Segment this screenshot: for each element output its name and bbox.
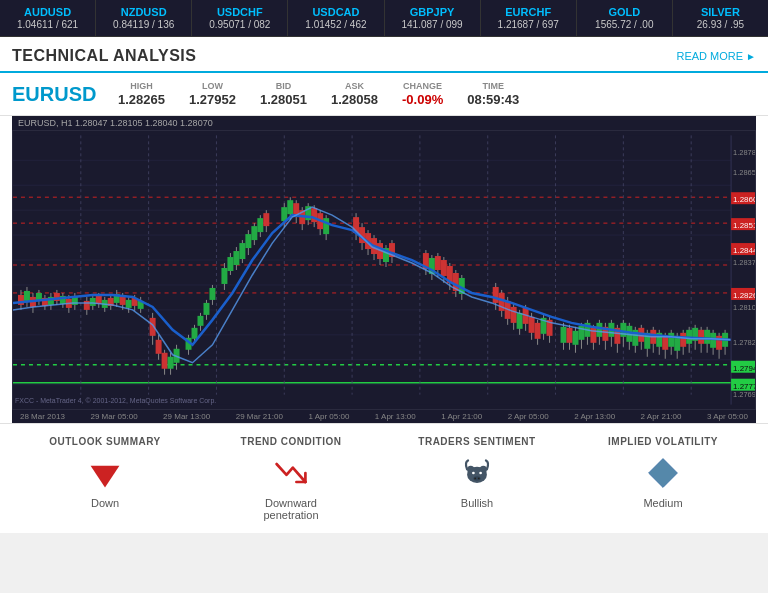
svg-rect-94 [239, 243, 245, 259]
svg-point-250 [472, 472, 475, 475]
svg-rect-84 [203, 303, 209, 315]
svg-rect-74 [168, 357, 174, 369]
ticker-name: GOLD [581, 6, 668, 18]
svg-rect-102 [263, 213, 269, 226]
svg-rect-138 [435, 256, 441, 270]
svg-rect-216 [704, 330, 710, 344]
svg-rect-90 [227, 257, 233, 271]
svg-marker-255 [649, 459, 678, 488]
svg-point-251 [479, 472, 482, 475]
svg-marker-244 [91, 466, 120, 488]
bid-label: BID [260, 81, 307, 91]
low-value: 1.27952 [189, 92, 236, 107]
svg-rect-214 [698, 330, 704, 344]
svg-rect-72 [162, 353, 168, 369]
outlook-sentiment-label: TRADERS SENTIMENT [384, 436, 570, 447]
ticker-item-audusd[interactable]: AUDUSD 1.04611 / 621 [0, 0, 96, 36]
ticker-item-gold[interactable]: GOLD 1565.72 / .00 [577, 0, 673, 36]
ticker-name: USDCAD [292, 6, 379, 18]
svg-rect-118 [323, 218, 329, 234]
ticker-item-silver[interactable]: SILVER 26.93 / .95 [673, 0, 768, 36]
ticker-name: NZDUSD [100, 6, 187, 18]
svg-rect-106 [287, 200, 293, 214]
read-more-link[interactable]: READ MORE ► [676, 50, 756, 62]
outlook-volatility-label: IMPLIED VOLATILITY [570, 436, 756, 447]
ticker-name: GBPJPY [389, 6, 476, 18]
svg-rect-160 [529, 317, 535, 333]
stat-change: CHANGE -0.09% [402, 81, 443, 107]
outlook-sentiment: TRADERS SENTIMENT Bullish [384, 436, 570, 521]
change-label: CHANGE [402, 81, 443, 91]
svg-text:1.28443: 1.28443 [733, 246, 755, 255]
svg-rect-154 [511, 307, 517, 323]
svg-rect-70 [156, 340, 162, 354]
low-label: LOW [189, 81, 236, 91]
trend-down-icon [273, 455, 309, 491]
chart-time-labels: 28 Mar 2013 29 Mar 05:00 29 Mar 13:00 29… [12, 410, 756, 423]
down-arrow-icon [87, 455, 123, 491]
ticker-item-usdcad[interactable]: USDCAD 1.01452 / 462 [288, 0, 384, 36]
instrument-name: EURUSD [12, 83, 102, 106]
svg-rect-208 [680, 333, 686, 347]
svg-rect-88 [221, 268, 227, 284]
svg-text:1.28375: 1.28375 [733, 258, 755, 267]
svg-rect-156 [517, 313, 523, 329]
bid-value: 1.28051 [260, 92, 307, 107]
svg-text:1.28100: 1.28100 [733, 303, 755, 312]
svg-rect-180 [596, 323, 602, 337]
ticker-item-usdchf[interactable]: USDCHF 0.95071 / 082 [192, 0, 288, 36]
svg-rect-202 [662, 336, 668, 350]
chart-container: EURUSD, H1 1.28047 1.28105 1.28040 1.280… [0, 116, 768, 423]
time-value: 08:59:43 [467, 92, 519, 107]
instrument-row: EURUSD HIGH 1.28265 LOW 1.27952 BID 1.28… [0, 73, 768, 116]
ticker-price: 1565.72 / .00 [581, 19, 668, 30]
read-more-arrow-icon: ► [746, 51, 756, 62]
svg-point-254 [478, 478, 480, 480]
stat-ask: ASK 1.28058 [331, 81, 378, 107]
high-label: HIGH [118, 81, 165, 91]
svg-rect-98 [251, 226, 257, 240]
svg-rect-30 [24, 291, 30, 301]
price-chart: 1.28609 1.28515 1.28443 1.28268 1.27949 … [13, 131, 755, 409]
chart-wrapper[interactable]: 1.28609 1.28515 1.28443 1.28268 1.27949 … [12, 130, 756, 410]
svg-rect-96 [245, 234, 251, 248]
outlook-trend: TREND CONDITION Downward penetration [198, 436, 384, 521]
svg-rect-100 [257, 218, 263, 232]
svg-rect-86 [209, 288, 215, 300]
outlook-summary-label: OUTLOOK SUMMARY [12, 436, 198, 447]
svg-rect-60 [120, 297, 126, 305]
svg-rect-148 [493, 287, 499, 303]
stat-time: TIME 08:59:43 [467, 81, 519, 107]
stat-high: HIGH 1.28265 [118, 81, 165, 107]
ask-value: 1.28058 [331, 92, 378, 107]
ask-label: ASK [331, 81, 378, 91]
outlook-summary-value: Down [12, 497, 198, 509]
ticker-item-eurchf[interactable]: EURCHF 1.21687 / 697 [481, 0, 577, 36]
ticker-bar: AUDUSD 1.04611 / 621 NZDUSD 0.84119 / 13… [0, 0, 768, 37]
svg-rect-140 [441, 260, 447, 276]
svg-rect-204 [668, 333, 674, 347]
ticker-item-nzdusd[interactable]: NZDUSD 0.84119 / 136 [96, 0, 192, 36]
stat-bid: BID 1.28051 [260, 81, 307, 107]
svg-rect-218 [710, 333, 716, 348]
ta-title: TECHNICAL ANALYSIS [12, 47, 196, 65]
ticker-item-gbpjpy[interactable]: GBPJPY 141.087 / 099 [385, 0, 481, 36]
svg-text:1.27825: 1.27825 [733, 338, 755, 347]
ticker-price: 0.95071 / 082 [196, 19, 283, 30]
technical-analysis-header: TECHNICAL ANALYSIS READ MORE ► [0, 37, 768, 73]
bull-icon [459, 455, 495, 491]
instrument-stats: HIGH 1.28265 LOW 1.27952 BID 1.28051 ASK… [118, 81, 519, 107]
svg-rect-80 [192, 328, 198, 339]
chart-info-bar: EURUSD, H1 1.28047 1.28105 1.28040 1.280… [12, 116, 756, 130]
svg-text:1.27690: 1.27690 [733, 390, 755, 399]
stat-low: LOW 1.27952 [189, 81, 236, 107]
ticker-price: 1.21687 / 697 [485, 19, 572, 30]
high-value: 1.28265 [118, 92, 165, 107]
outlook-section: OUTLOOK SUMMARY Down TREND CONDITION Dow… [0, 423, 768, 533]
diamond-icon [645, 455, 681, 491]
svg-rect-92 [233, 251, 239, 265]
outlook-trend-value: Downward penetration [198, 497, 384, 521]
time-label: TIME [467, 81, 519, 91]
ticker-price: 26.93 / .95 [677, 19, 764, 30]
svg-rect-172 [572, 331, 578, 345]
